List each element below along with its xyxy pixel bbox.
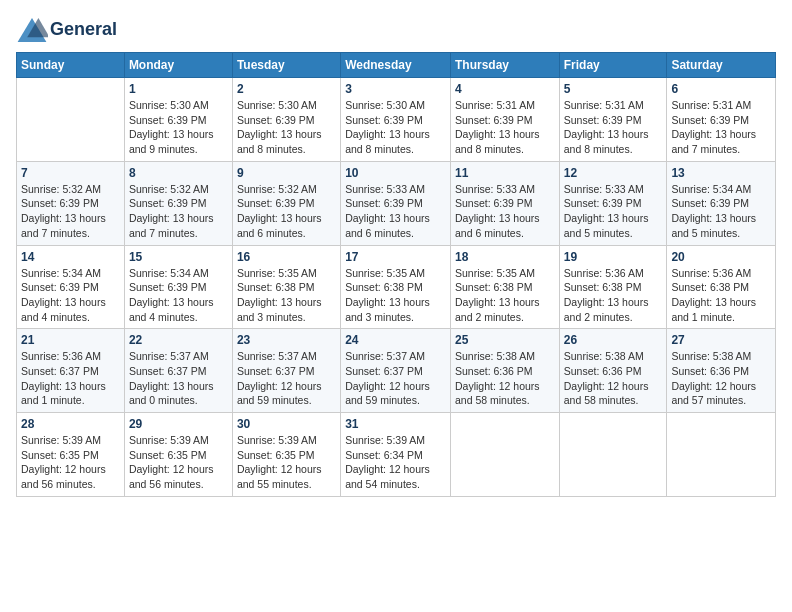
calendar-cell: 20Sunrise: 5:36 AMSunset: 6:38 PMDayligh… xyxy=(667,245,776,329)
calendar-cell: 30Sunrise: 5:39 AMSunset: 6:35 PMDayligh… xyxy=(232,413,340,497)
day-info: Sunrise: 5:39 AMSunset: 6:34 PMDaylight:… xyxy=(345,433,446,492)
calendar-cell: 1Sunrise: 5:30 AMSunset: 6:39 PMDaylight… xyxy=(124,78,232,162)
day-number: 31 xyxy=(345,417,446,431)
day-info: Sunrise: 5:32 AMSunset: 6:39 PMDaylight:… xyxy=(129,182,228,241)
calendar-cell xyxy=(559,413,667,497)
day-number: 8 xyxy=(129,166,228,180)
day-info: Sunrise: 5:35 AMSunset: 6:38 PMDaylight:… xyxy=(237,266,336,325)
calendar-cell: 31Sunrise: 5:39 AMSunset: 6:34 PMDayligh… xyxy=(341,413,451,497)
day-number: 12 xyxy=(564,166,663,180)
day-info: Sunrise: 5:39 AMSunset: 6:35 PMDaylight:… xyxy=(21,433,120,492)
calendar-cell: 2Sunrise: 5:30 AMSunset: 6:39 PMDaylight… xyxy=(232,78,340,162)
day-number: 7 xyxy=(21,166,120,180)
week-row-3: 14Sunrise: 5:34 AMSunset: 6:39 PMDayligh… xyxy=(17,245,776,329)
calendar-cell: 4Sunrise: 5:31 AMSunset: 6:39 PMDaylight… xyxy=(450,78,559,162)
day-number: 20 xyxy=(671,250,771,264)
calendar-cell: 29Sunrise: 5:39 AMSunset: 6:35 PMDayligh… xyxy=(124,413,232,497)
day-number: 5 xyxy=(564,82,663,96)
calendar-cell: 22Sunrise: 5:37 AMSunset: 6:37 PMDayligh… xyxy=(124,329,232,413)
day-number: 9 xyxy=(237,166,336,180)
day-number: 16 xyxy=(237,250,336,264)
calendar-cell: 10Sunrise: 5:33 AMSunset: 6:39 PMDayligh… xyxy=(341,161,451,245)
day-number: 13 xyxy=(671,166,771,180)
day-info: Sunrise: 5:33 AMSunset: 6:39 PMDaylight:… xyxy=(345,182,446,241)
calendar-cell: 5Sunrise: 5:31 AMSunset: 6:39 PMDaylight… xyxy=(559,78,667,162)
day-info: Sunrise: 5:31 AMSunset: 6:39 PMDaylight:… xyxy=(564,98,663,157)
day-info: Sunrise: 5:30 AMSunset: 6:39 PMDaylight:… xyxy=(237,98,336,157)
day-number: 17 xyxy=(345,250,446,264)
week-row-2: 7Sunrise: 5:32 AMSunset: 6:39 PMDaylight… xyxy=(17,161,776,245)
dow-tuesday: Tuesday xyxy=(232,53,340,78)
calendar-cell: 12Sunrise: 5:33 AMSunset: 6:39 PMDayligh… xyxy=(559,161,667,245)
day-number: 4 xyxy=(455,82,555,96)
calendar-cell: 24Sunrise: 5:37 AMSunset: 6:37 PMDayligh… xyxy=(341,329,451,413)
dow-wednesday: Wednesday xyxy=(341,53,451,78)
logo: General xyxy=(16,16,117,44)
calendar-cell: 25Sunrise: 5:38 AMSunset: 6:36 PMDayligh… xyxy=(450,329,559,413)
calendar-cell: 15Sunrise: 5:34 AMSunset: 6:39 PMDayligh… xyxy=(124,245,232,329)
day-number: 15 xyxy=(129,250,228,264)
calendar-cell: 26Sunrise: 5:38 AMSunset: 6:36 PMDayligh… xyxy=(559,329,667,413)
calendar-cell xyxy=(450,413,559,497)
day-info: Sunrise: 5:37 AMSunset: 6:37 PMDaylight:… xyxy=(237,349,336,408)
day-number: 25 xyxy=(455,333,555,347)
day-number: 14 xyxy=(21,250,120,264)
day-info: Sunrise: 5:30 AMSunset: 6:39 PMDaylight:… xyxy=(345,98,446,157)
calendar-cell: 23Sunrise: 5:37 AMSunset: 6:37 PMDayligh… xyxy=(232,329,340,413)
logo-text: General xyxy=(50,19,117,41)
calendar-cell: 13Sunrise: 5:34 AMSunset: 6:39 PMDayligh… xyxy=(667,161,776,245)
day-number: 23 xyxy=(237,333,336,347)
calendar-cell: 16Sunrise: 5:35 AMSunset: 6:38 PMDayligh… xyxy=(232,245,340,329)
day-number: 6 xyxy=(671,82,771,96)
calendar-cell: 8Sunrise: 5:32 AMSunset: 6:39 PMDaylight… xyxy=(124,161,232,245)
day-info: Sunrise: 5:38 AMSunset: 6:36 PMDaylight:… xyxy=(564,349,663,408)
day-info: Sunrise: 5:32 AMSunset: 6:39 PMDaylight:… xyxy=(237,182,336,241)
day-number: 1 xyxy=(129,82,228,96)
day-number: 27 xyxy=(671,333,771,347)
day-info: Sunrise: 5:33 AMSunset: 6:39 PMDaylight:… xyxy=(564,182,663,241)
day-info: Sunrise: 5:37 AMSunset: 6:37 PMDaylight:… xyxy=(345,349,446,408)
day-number: 11 xyxy=(455,166,555,180)
day-number: 24 xyxy=(345,333,446,347)
calendar-cell: 19Sunrise: 5:36 AMSunset: 6:38 PMDayligh… xyxy=(559,245,667,329)
calendar-table: SundayMondayTuesdayWednesdayThursdayFrid… xyxy=(16,52,776,497)
calendar-cell: 14Sunrise: 5:34 AMSunset: 6:39 PMDayligh… xyxy=(17,245,125,329)
day-info: Sunrise: 5:37 AMSunset: 6:37 PMDaylight:… xyxy=(129,349,228,408)
day-info: Sunrise: 5:31 AMSunset: 6:39 PMDaylight:… xyxy=(671,98,771,157)
calendar-cell: 28Sunrise: 5:39 AMSunset: 6:35 PMDayligh… xyxy=(17,413,125,497)
day-of-week-header: SundayMondayTuesdayWednesdayThursdayFrid… xyxy=(17,53,776,78)
day-number: 3 xyxy=(345,82,446,96)
dow-friday: Friday xyxy=(559,53,667,78)
calendar-cell: 27Sunrise: 5:38 AMSunset: 6:36 PMDayligh… xyxy=(667,329,776,413)
day-number: 10 xyxy=(345,166,446,180)
day-info: Sunrise: 5:38 AMSunset: 6:36 PMDaylight:… xyxy=(671,349,771,408)
calendar-cell xyxy=(667,413,776,497)
day-info: Sunrise: 5:35 AMSunset: 6:38 PMDaylight:… xyxy=(455,266,555,325)
dow-saturday: Saturday xyxy=(667,53,776,78)
calendar-cell: 6Sunrise: 5:31 AMSunset: 6:39 PMDaylight… xyxy=(667,78,776,162)
day-info: Sunrise: 5:36 AMSunset: 6:37 PMDaylight:… xyxy=(21,349,120,408)
day-info: Sunrise: 5:34 AMSunset: 6:39 PMDaylight:… xyxy=(671,182,771,241)
week-row-4: 21Sunrise: 5:36 AMSunset: 6:37 PMDayligh… xyxy=(17,329,776,413)
calendar-cell: 18Sunrise: 5:35 AMSunset: 6:38 PMDayligh… xyxy=(450,245,559,329)
day-number: 18 xyxy=(455,250,555,264)
day-number: 2 xyxy=(237,82,336,96)
dow-monday: Monday xyxy=(124,53,232,78)
day-info: Sunrise: 5:39 AMSunset: 6:35 PMDaylight:… xyxy=(129,433,228,492)
day-info: Sunrise: 5:31 AMSunset: 6:39 PMDaylight:… xyxy=(455,98,555,157)
logo-icon xyxy=(16,16,48,44)
day-number: 26 xyxy=(564,333,663,347)
week-row-5: 28Sunrise: 5:39 AMSunset: 6:35 PMDayligh… xyxy=(17,413,776,497)
day-number: 30 xyxy=(237,417,336,431)
dow-sunday: Sunday xyxy=(17,53,125,78)
calendar-cell: 9Sunrise: 5:32 AMSunset: 6:39 PMDaylight… xyxy=(232,161,340,245)
calendar-cell: 11Sunrise: 5:33 AMSunset: 6:39 PMDayligh… xyxy=(450,161,559,245)
calendar-cell: 17Sunrise: 5:35 AMSunset: 6:38 PMDayligh… xyxy=(341,245,451,329)
calendar-cell xyxy=(17,78,125,162)
day-number: 19 xyxy=(564,250,663,264)
day-info: Sunrise: 5:38 AMSunset: 6:36 PMDaylight:… xyxy=(455,349,555,408)
day-info: Sunrise: 5:39 AMSunset: 6:35 PMDaylight:… xyxy=(237,433,336,492)
calendar-cell: 21Sunrise: 5:36 AMSunset: 6:37 PMDayligh… xyxy=(17,329,125,413)
day-number: 21 xyxy=(21,333,120,347)
day-info: Sunrise: 5:35 AMSunset: 6:38 PMDaylight:… xyxy=(345,266,446,325)
